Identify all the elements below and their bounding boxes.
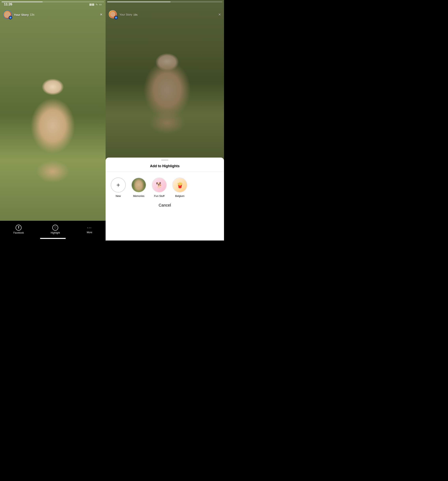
- sheep-image-left: [0, 0, 106, 229]
- sheep-image-right: [106, 0, 224, 164]
- highlight-item-memories[interactable]: Memories: [131, 178, 147, 197]
- highlight-memories-label: Memories: [133, 195, 144, 197]
- highlight-new-label: New: [116, 195, 121, 197]
- highlight-heart-icon: ♡: [54, 226, 57, 229]
- more-label: More: [87, 231, 92, 234]
- cancel-button[interactable]: Cancel: [151, 201, 179, 209]
- highlight-item-belgium[interactable]: 🍟 Belgium: [172, 178, 188, 197]
- bottom-bar-left: f Facebook ♡ Highlight ··· More: [0, 221, 106, 240]
- wifi-icon: ∿: [95, 3, 98, 6]
- highlight-funstuff-label: Fun Stuff: [154, 195, 165, 197]
- new-highlight-circle: +: [111, 178, 126, 193]
- progress-bar-right: [107, 2, 222, 2]
- story-info-right: Your Story 19s: [119, 13, 138, 16]
- highlight-item-new[interactable]: + New: [110, 178, 126, 197]
- memories-thumbnail: [132, 178, 146, 192]
- plus-badge-left: +: [9, 16, 12, 19]
- story-info-left: Your Story 13s: [14, 13, 34, 16]
- plus-badge-right: +: [114, 16, 118, 19]
- bottom-nav: f Facebook ♡ Highlight ··· More: [0, 221, 106, 238]
- belgium-highlight-circle: 🍟: [172, 178, 187, 193]
- battery-icon: ▭: [99, 3, 102, 6]
- highlight-item-funstuff[interactable]: 🐕 Fun Stuff: [151, 178, 167, 197]
- status-time: 11:26: [4, 2, 12, 6]
- bottom-sheet: Add to Highlights + New Memories 🐕: [106, 158, 224, 240]
- memories-highlight-circle: [131, 178, 146, 193]
- story-name-right: Your Story: [119, 13, 132, 16]
- left-story-panel: 11:26 ▩▩ ∿ ▭ + Your Story 13s × f Facebo…: [0, 0, 106, 240]
- story-background-right: [106, 0, 224, 164]
- nav-item-facebook[interactable]: f Facebook: [14, 225, 24, 234]
- close-button-left[interactable]: ×: [100, 12, 103, 17]
- more-dots-icon: ···: [87, 225, 92, 230]
- story-header-right: + Your Story 19s ×: [106, 9, 224, 21]
- story-time-right: 19s: [133, 13, 138, 16]
- right-story-panel: + Your Story 19s × Add to Highlights + N…: [106, 0, 224, 240]
- story-background-left: [0, 0, 106, 229]
- nav-item-highlight[interactable]: ♡ Highlight: [51, 225, 60, 234]
- story-time-left: 13s: [30, 13, 35, 16]
- story-header-left: + Your Story 13s ×: [0, 9, 106, 21]
- belgium-thumbnail: 🍟: [173, 178, 187, 192]
- funstuff-thumbnail: 🐕: [152, 178, 166, 192]
- facebook-f-letter: f: [18, 225, 19, 230]
- sheet-handle: [161, 159, 168, 160]
- home-indicator-left: [40, 238, 66, 239]
- avatar-wrap-right[interactable]: +: [109, 10, 118, 19]
- status-bar-left: 11:26 ▩▩ ∿ ▭: [0, 0, 106, 9]
- status-icons: ▩▩ ∿ ▭: [89, 3, 102, 6]
- highlight-label: Highlight: [51, 231, 60, 234]
- sheet-title: Add to Highlights: [150, 164, 180, 168]
- signal-icon: ▩▩: [89, 3, 94, 6]
- story-name-left: Your Story: [14, 13, 29, 16]
- progress-fill-right: [107, 2, 170, 2]
- highlight-belgium-label: Belgium: [175, 195, 184, 197]
- highlight-options: + New Memories 🐕 Fun Stuff: [106, 172, 224, 197]
- highlight-icon: ♡: [52, 225, 58, 231]
- avatar-wrap-left[interactable]: +: [3, 10, 12, 19]
- facebook-icon: f: [15, 225, 22, 231]
- close-button-right[interactable]: ×: [218, 12, 221, 17]
- facebook-label: Facebook: [14, 231, 24, 234]
- plus-new-icon: +: [117, 181, 120, 189]
- nav-item-more[interactable]: ··· More: [87, 225, 92, 234]
- funstuff-highlight-circle: 🐕: [152, 178, 167, 193]
